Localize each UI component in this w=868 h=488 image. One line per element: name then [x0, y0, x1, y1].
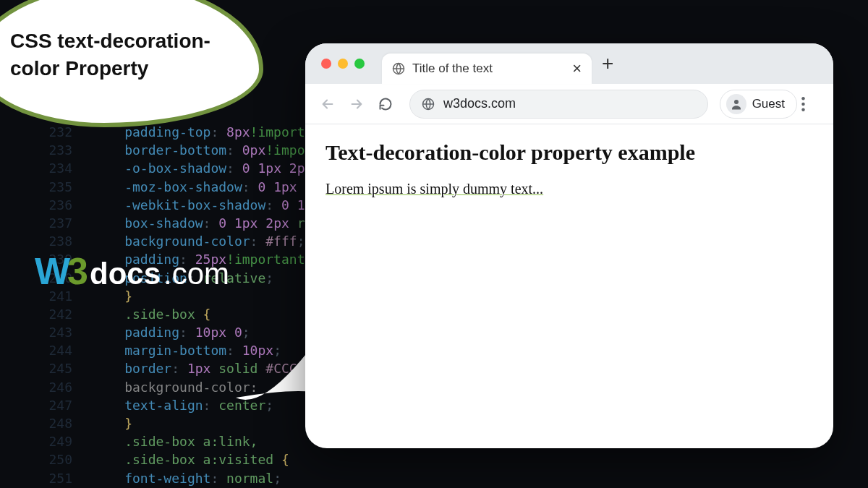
reload-button[interactable] [373, 92, 398, 116]
title-bubble-text: CSS text-decoration-color Property [10, 27, 237, 82]
logo-w: W [35, 249, 69, 293]
address-bar[interactable]: w3docs.com [409, 90, 708, 119]
svg-point-3 [801, 97, 804, 100]
profile-label: Guest [752, 97, 785, 111]
browser-tab[interactable]: Title of the text × [382, 53, 592, 84]
tab-close-icon[interactable]: × [572, 61, 582, 77]
traffic-close-icon[interactable] [321, 59, 331, 69]
avatar-icon [726, 94, 746, 114]
forward-button[interactable] [344, 92, 369, 116]
menu-button[interactable] [801, 97, 823, 111]
tab-title: Title of the text [412, 61, 565, 76]
logo-3: 3 [67, 249, 88, 293]
traffic-maximize-icon[interactable] [354, 59, 365, 69]
page-heading: Text-decoration-color property example [326, 140, 813, 165]
svg-point-5 [801, 108, 804, 111]
svg-point-4 [801, 102, 804, 105]
svg-point-2 [734, 100, 739, 104]
traffic-minimize-icon[interactable] [338, 59, 348, 69]
w3docs-logo: W 3 docs .com [35, 249, 229, 293]
address-url: w3docs.com [443, 96, 516, 111]
logo-dotcom: .com [163, 257, 229, 291]
page-paragraph: Lorem ipsum is simply dummy text... [326, 181, 543, 197]
site-info-icon[interactable] [422, 98, 435, 111]
browser-toolbar: w3docs.com Guest [305, 84, 833, 124]
profile-chip[interactable]: Guest [720, 90, 797, 119]
globe-icon [392, 62, 405, 75]
new-tab-button[interactable]: + [602, 53, 613, 74]
browser-window: Title of the text × + w3docs.com [305, 43, 833, 448]
logo-docs: docs [90, 257, 161, 291]
window-traffic-lights [321, 59, 365, 69]
web-page-content: Text-decoration-color property example L… [305, 124, 833, 213]
tab-strip: Title of the text × + [305, 43, 833, 84]
back-button[interactable] [315, 92, 340, 116]
